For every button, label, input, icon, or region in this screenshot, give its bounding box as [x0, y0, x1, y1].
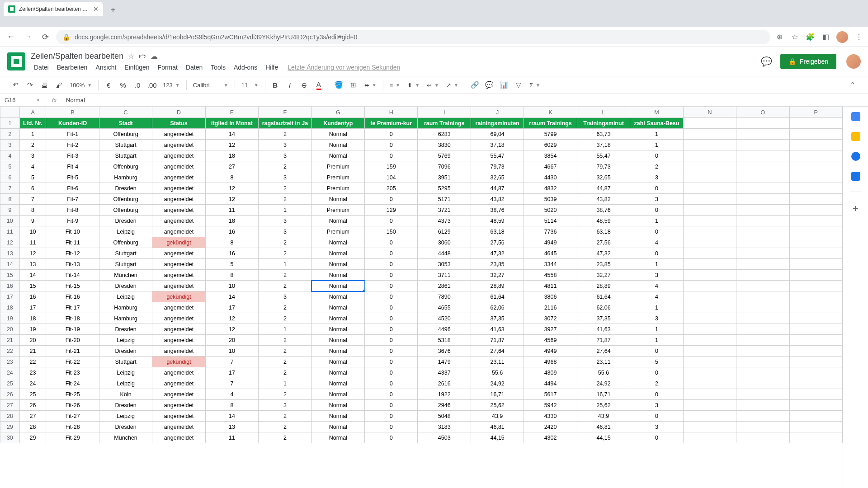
cell[interactable] — [736, 324, 789, 335]
cell[interactable]: 2116 — [524, 302, 577, 313]
cell[interactable] — [683, 183, 736, 194]
cell[interactable] — [736, 183, 789, 194]
borders-button[interactable]: ⊞ — [347, 79, 360, 91]
cell[interactable]: 0 — [365, 378, 418, 389]
cell[interactable]: 3 — [630, 400, 683, 411]
cell[interactable]: Normal — [311, 259, 364, 270]
cell[interactable]: 63,73 — [577, 129, 630, 140]
cell[interactable]: 3806 — [524, 291, 577, 302]
cell[interactable]: 44,87 — [577, 183, 630, 194]
cell[interactable]: 37,18 — [577, 140, 630, 150]
account-avatar[interactable] — [846, 54, 861, 69]
cell[interactable]: 37,35 — [577, 313, 630, 324]
row-header[interactable]: 7 — [0, 183, 20, 194]
cell[interactable] — [736, 346, 789, 357]
cell[interactable]: 79,73 — [577, 161, 630, 172]
cell[interactable]: 11 — [205, 432, 258, 443]
cell[interactable]: 7890 — [418, 291, 471, 302]
cell[interactable]: 16,71 — [577, 389, 630, 400]
cell[interactable]: 61,64 — [471, 291, 524, 302]
cell[interactable] — [789, 411, 842, 422]
cell[interactable]: 129 — [365, 205, 418, 216]
cell[interactable] — [736, 389, 789, 400]
menu-bearbeiten[interactable]: Bearbeiten — [54, 63, 91, 72]
cell[interactable]: 13 — [205, 422, 258, 432]
cell[interactable] — [789, 226, 842, 237]
cell[interactable]: 3927 — [524, 324, 577, 335]
cell[interactable]: 71,87 — [471, 335, 524, 346]
menu-datei[interactable]: Datei — [31, 63, 52, 72]
decrease-decimal-button[interactable]: .0 — [131, 79, 144, 91]
cell[interactable]: 3 — [259, 291, 311, 302]
header-cell[interactable]: zahl Sauna-Besu — [630, 118, 683, 129]
cell[interactable]: 2946 — [418, 400, 471, 411]
cell[interactable] — [736, 194, 789, 205]
header-cell[interactable] — [683, 118, 736, 129]
cell[interactable]: 13 — [19, 259, 46, 270]
cell[interactable] — [789, 346, 842, 357]
cell[interactable]: 1 — [630, 259, 683, 270]
cell[interactable]: 18 — [205, 216, 258, 226]
cell[interactable]: Stuttgart — [99, 140, 152, 150]
menu-daten[interactable]: Daten — [183, 63, 206, 72]
cell[interactable]: 4 — [630, 291, 683, 302]
strikethrough-button[interactable]: S — [298, 79, 311, 91]
cell[interactable]: 11 — [205, 205, 258, 216]
cell[interactable]: Normal — [311, 367, 364, 378]
cell[interactable] — [789, 302, 842, 313]
cell[interactable]: 4968 — [524, 357, 577, 367]
cell[interactable]: Normal — [311, 378, 364, 389]
cell[interactable]: 4503 — [418, 432, 471, 443]
cell[interactable]: 12 — [205, 324, 258, 335]
cell[interactable]: 104 — [365, 172, 418, 183]
cell[interactable]: 5171 — [418, 194, 471, 205]
row-header[interactable]: 18 — [0, 302, 20, 313]
cell[interactable]: 43,82 — [471, 194, 524, 205]
cell[interactable]: Normal — [311, 346, 364, 357]
spreadsheet-grid[interactable]: ABCDEFGHIJKLMNOP1Lfd. Nr.Kunden-IDStadtS… — [0, 107, 843, 488]
cell[interactable]: 12 — [205, 194, 258, 205]
cell[interactable]: Fit-20 — [46, 335, 99, 346]
cell[interactable]: 27 — [205, 161, 258, 172]
cell[interactable]: angemeldet — [152, 150, 205, 161]
cell[interactable]: Normal — [311, 324, 364, 335]
column-header[interactable]: N — [683, 107, 736, 118]
cell[interactable]: 26 — [19, 400, 46, 411]
cell[interactable]: München — [99, 270, 152, 281]
print-button[interactable]: 🖶 — [38, 79, 51, 91]
cell[interactable]: 1922 — [418, 389, 471, 400]
cell[interactable]: 32,27 — [577, 270, 630, 281]
cell[interactable]: 0 — [365, 422, 418, 432]
cell[interactable]: angemeldet — [152, 389, 205, 400]
cell[interactable]: Normal — [311, 281, 364, 291]
cell[interactable]: 55,6 — [577, 367, 630, 378]
cell[interactable] — [736, 140, 789, 150]
cell[interactable]: 2 — [259, 248, 311, 259]
reload-button[interactable]: ⟳ — [39, 31, 52, 43]
menu-format[interactable]: Format — [155, 63, 181, 72]
bold-button[interactable]: B — [269, 79, 282, 91]
cell[interactable] — [789, 400, 842, 411]
row-header[interactable]: 1 — [0, 118, 20, 129]
cell[interactable]: 7096 — [418, 161, 471, 172]
cell[interactable]: Fit-17 — [46, 302, 99, 313]
cell[interactable] — [789, 248, 842, 259]
cell[interactable]: 27,56 — [577, 237, 630, 248]
cell[interactable]: 0 — [365, 259, 418, 270]
cell[interactable]: Normal — [311, 411, 364, 422]
cell[interactable]: Fit-7 — [46, 194, 99, 205]
cell[interactable]: 1 — [259, 378, 311, 389]
header-cell[interactable]: Stadt — [99, 118, 152, 129]
cell[interactable]: 46,81 — [577, 422, 630, 432]
cell[interactable]: Fit-13 — [46, 259, 99, 270]
cell[interactable]: 16 — [205, 248, 258, 259]
cell[interactable]: angemeldet — [152, 313, 205, 324]
cell[interactable]: angemeldet — [152, 140, 205, 150]
cell[interactable]: 3711 — [418, 270, 471, 281]
cell[interactable]: 3072 — [524, 313, 577, 324]
column-header[interactable]: F — [259, 107, 311, 118]
cell[interactable] — [736, 335, 789, 346]
row-header[interactable]: 30 — [0, 432, 20, 443]
header-cell[interactable]: Kunden-ID — [46, 118, 99, 129]
cell[interactable] — [789, 291, 842, 302]
